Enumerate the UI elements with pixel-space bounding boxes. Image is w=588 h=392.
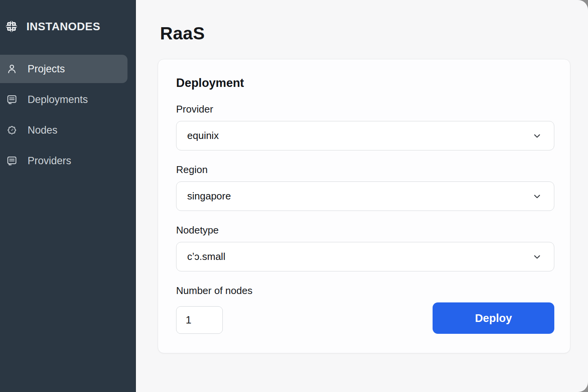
- sidebar-item-label: Deployments: [28, 94, 88, 106]
- sidebar: INSTANODES Projects: [0, 0, 136, 392]
- chevron-down-icon: [532, 191, 542, 202]
- region-value: singapore: [187, 190, 231, 202]
- sidebar-item-deployments[interactable]: Deployments: [0, 85, 127, 114]
- sidebar-nav: Projects Deployments: [0, 55, 135, 175]
- region-select[interactable]: singapore: [176, 181, 554, 211]
- chevron-down-icon: [532, 131, 542, 141]
- provider-select[interactable]: equinix: [176, 121, 554, 150]
- server-icon: [6, 155, 18, 167]
- card-title: Deployment: [176, 76, 554, 90]
- deploy-button[interactable]: Deploy: [433, 302, 554, 334]
- gear-icon: [6, 124, 18, 136]
- provider-label: Provider: [176, 103, 554, 115]
- brand: INSTANODES: [0, 0, 135, 36]
- deployment-card: Deployment Provider equinix Region singa…: [158, 59, 570, 353]
- page-title: RaaS: [160, 23, 588, 44]
- main-content: RaaS Deployment Provider equinix Region …: [136, 0, 588, 392]
- sidebar-item-projects[interactable]: Projects: [0, 55, 127, 83]
- nodetype-label: Nodetype: [176, 224, 554, 236]
- sidebar-item-nodes[interactable]: Nodes: [0, 116, 127, 144]
- app-window: INSTANODES Projects: [0, 0, 588, 392]
- sidebar-item-label: Nodes: [28, 124, 57, 136]
- provider-value: equinix: [187, 130, 219, 142]
- server-icon: [6, 94, 18, 105]
- sidebar-item-providers[interactable]: Providers: [0, 147, 127, 175]
- sidebar-item-label: Projects: [28, 63, 65, 75]
- deploy-row: Deploy: [176, 302, 554, 334]
- nodetype-select[interactable]: cʼɔ.small: [176, 242, 554, 271]
- number-of-nodes-label: Number of nodes: [176, 284, 554, 297]
- user-icon: [6, 63, 18, 75]
- nodetype-value: cʼɔ.small: [187, 251, 225, 263]
- brand-name: INSTANODES: [26, 20, 100, 33]
- sidebar-item-label: Providers: [28, 155, 71, 167]
- region-label: Region: [176, 163, 554, 176]
- chevron-down-icon: [532, 252, 542, 262]
- network-wheel-icon: [3, 18, 20, 35]
- nodes-count-input[interactable]: [176, 306, 223, 334]
